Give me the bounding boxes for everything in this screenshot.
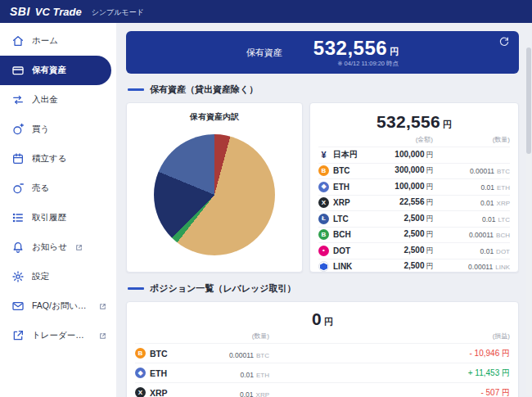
sidebar-item-label: お知らせ (32, 241, 67, 253)
asset-breakdown-card: 保有資産内訳 (126, 102, 303, 273)
banner-timestamp: ※ 04/12 11:09:20 時点 (337, 60, 399, 68)
position-quantity-header: (数量) (210, 332, 269, 341)
home-icon (11, 34, 25, 47)
mode-label: シンプルモード (92, 6, 144, 18)
asset-name: ¥日本円 (318, 149, 374, 160)
link-icon (318, 261, 329, 272)
asset-row-dot: •DOT2,500円0.01DOT (318, 242, 510, 259)
refresh-icon (498, 36, 510, 47)
asset-amount: 2,500円 (374, 261, 433, 272)
brand-name: VC Trade (35, 6, 82, 18)
sidebar-item-home[interactable]: ホーム (0, 26, 111, 56)
asset-amount: 300,000円 (374, 165, 433, 176)
sidebar-item-news[interactable]: お知らせ (0, 232, 111, 262)
asset-row-btc: BBTC300,000円0.00011BTC (318, 163, 510, 179)
positions-total: 0円 (135, 304, 510, 332)
asset-pie-chart (154, 134, 275, 255)
ltc-icon: Ł (318, 214, 329, 224)
dot-icon: • (318, 246, 329, 256)
main-content: 保有資産 532,556 円 ※ 04/12 11:09:20 時点 (116, 23, 532, 397)
sidebar-item-accumulate[interactable]: 積立する (0, 144, 111, 174)
asset-row-jpy: ¥日本円100,000円 (318, 147, 510, 163)
position-pl: + 11,453 円 (269, 368, 510, 379)
sidebar: ホーム保有資産入出金買う積立する売る取引履歴お知らせ設定FAQ/お問い合わせトレ… (0, 23, 116, 397)
sidebar-item-buy[interactable]: 買う (0, 115, 111, 144)
asset-amount: 2,500円 (374, 246, 433, 256)
asset-quantity: 0.00011LINK (433, 262, 510, 271)
buy-coin-icon (11, 123, 25, 136)
sidebar-item-label: 入出金 (32, 94, 58, 106)
asset-amount: 100,000円 (374, 182, 433, 192)
total-assets-banner: 保有資産 532,556 円 ※ 04/12 11:09:20 時点 (126, 31, 519, 74)
asset-name: •DOT (318, 246, 374, 256)
assets-section-title: 保有資産（貸出資産除く） (128, 83, 517, 96)
assets-total: 532,556円 (318, 106, 510, 134)
sidebar-item-sell[interactable]: 売る (0, 174, 111, 203)
external-link-icon (99, 332, 106, 340)
section-dash (128, 88, 144, 91)
quantity-column-header: (数量) (433, 135, 510, 144)
position-pl: - 507 円 (269, 387, 510, 397)
wallet-icon (11, 64, 25, 77)
sidebar-item-label: 設定 (32, 271, 49, 282)
position-name: ◆ETH (135, 368, 210, 378)
section-dash (128, 287, 144, 290)
btc-icon: B (318, 165, 329, 176)
app-window: SBI VC Trade シンプルモード ホーム保有資産入出金買う積立する売る取… (0, 0, 532, 397)
sell-coin-icon (11, 182, 25, 195)
list-icon (11, 211, 25, 224)
scrollbar-track[interactable] (526, 47, 531, 395)
transfer-icon (11, 93, 25, 106)
btc-icon: B (135, 348, 146, 359)
sidebar-item-label: FAQ/お問い合わせ (32, 300, 91, 312)
sidebar-item-label: 買う (32, 124, 49, 135)
sidebar-item-assets[interactable]: 保有資産 (0, 56, 111, 85)
asset-name: XXRP (318, 197, 374, 208)
sidebar-item-settings[interactable]: 設定 (0, 262, 111, 291)
assets-section-label: 保有資産（貸出資産除く） (150, 83, 258, 96)
asset-row-xrp: XXRP22,556円0.01XRP (318, 195, 510, 211)
asset-name: BBTC (318, 165, 374, 176)
asset-row-bch: BBCH2,500円0.00011BCH (318, 227, 510, 243)
position-pl: - 10,946 円 (269, 348, 510, 359)
scrollbar-thumb[interactable] (526, 47, 531, 154)
gear-icon (11, 270, 25, 283)
positions-card: 0円 (数量) (損益) BBTC0.00011BTC- 10,946 円◆ET… (126, 301, 519, 397)
eth-icon: ◆ (318, 182, 329, 192)
asset-table-header: (金額) (数量) (318, 134, 510, 147)
positions-section-label: ポジション一覧（レバレッジ取引） (150, 282, 296, 295)
bch-icon: B (318, 229, 329, 240)
sidebar-item-trader[interactable]: トレーダーモード (0, 321, 111, 350)
position-quantity: 0.01ETH (210, 366, 269, 381)
asset-amount: 2,500円 (374, 229, 433, 240)
asset-name: ◆ETH (318, 182, 374, 192)
jpy-icon: ¥ (318, 150, 329, 160)
xrp-icon: X (135, 387, 146, 397)
refresh-button[interactable] (498, 36, 511, 49)
positions-section-title: ポジション一覧（レバレッジ取引） (128, 282, 517, 295)
sidebar-item-faq[interactable]: FAQ/お問い合わせ (0, 291, 111, 321)
asset-table-body: ¥日本円100,000円BBTC300,000円0.00011BTC◆ETH10… (318, 147, 510, 274)
sidebar-item-history[interactable]: 取引履歴 (0, 203, 111, 232)
eth-icon: ◆ (135, 368, 146, 378)
total-assets-value: 532,556 (313, 37, 387, 60)
sidebar-item-label: 保有資産 (32, 65, 66, 76)
asset-quantity: 0.00011BTC (433, 166, 510, 175)
banner-label: 保有資産 (246, 47, 282, 59)
sidebar-item-transfer[interactable]: 入出金 (0, 85, 111, 115)
positions-table-body: BBTC0.00011BTC- 10,946 円◆ETH0.01ETH+ 11,… (135, 343, 510, 397)
asset-amount: 2,500円 (374, 214, 433, 224)
banner-amount-block: 532,556 円 ※ 04/12 11:09:20 時点 (313, 37, 399, 68)
asset-list-card: 532,556円 (金額) (数量) ¥日本円100,000円BBTC300,0… (309, 102, 519, 273)
external-icon (11, 329, 25, 342)
position-quantity: 0.00011BTC (210, 346, 269, 361)
asset-quantity: 0.01XRP (433, 198, 510, 207)
asset-name: LINK (318, 261, 374, 272)
position-row-xrp: XXRP0.01XRP- 507 円 (135, 382, 510, 397)
position-pl-header: (損益) (269, 332, 510, 341)
asset-quantity: 0.00011BCH (433, 230, 510, 239)
sidebar-item-label: 積立する (32, 153, 67, 165)
position-quantity: 0.01XRP (210, 386, 269, 397)
position-row-btc: BBTC0.00011BTC- 10,946 円 (135, 343, 510, 363)
positions-table-header: (数量) (損益) (135, 332, 510, 343)
